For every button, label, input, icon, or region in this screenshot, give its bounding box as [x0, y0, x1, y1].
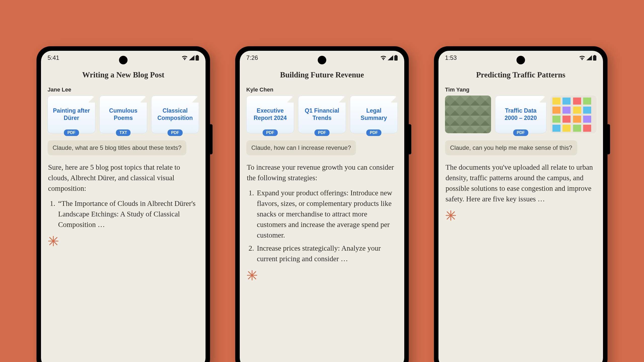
svg-rect-6	[394, 56, 397, 61]
svg-rect-1	[196, 55, 198, 56]
file-type-badge: PDF	[513, 129, 528, 136]
status-time: 7:26	[246, 54, 258, 61]
file-type-badge: PDF	[168, 129, 183, 136]
response-intro: Sure, here are 5 blog post topics that r…	[48, 162, 198, 194]
attachment-doc[interactable]: Traffic Data 2000 – 2020 PDF	[495, 96, 547, 133]
user-prompt[interactable]: Claude, can you help me make sense of th…	[445, 140, 577, 155]
front-camera	[318, 56, 326, 64]
file-type-badge: PDF	[64, 129, 79, 136]
svg-rect-0	[195, 56, 199, 61]
phone-frame: 1:53 Predicting Traffic Patterns Tim Yan…	[434, 46, 608, 362]
status-icons	[579, 55, 596, 61]
screen: 7:26 Building Future Revenue Kyle Chen E…	[240, 51, 404, 362]
svg-rect-13	[594, 55, 596, 56]
response-intro: The documents you've uploaded all relate…	[446, 162, 596, 204]
doc-title: Cumulous Poems	[102, 107, 144, 122]
file-type-badge: TXT	[116, 129, 131, 136]
user-prompt[interactable]: Claude, what are 5 blog titles about the…	[48, 140, 186, 155]
signal-icon	[189, 55, 194, 60]
user-prompt[interactable]: Claude, how can I increase revenue?	[246, 140, 356, 155]
attachments-row: Traffic Data 2000 – 2020 PDF	[438, 96, 603, 133]
assistant-response: Sure, here are 5 blog post topics that r…	[48, 162, 198, 230]
file-type-badge: PDF	[314, 129, 330, 136]
front-camera	[119, 56, 128, 64]
attachment-doc[interactable]: Classical Composition PDF	[151, 96, 199, 133]
phone-frame: 5:41 Writing a New Blog Post Jane Lee Pa…	[36, 46, 210, 362]
status-icons	[181, 55, 199, 61]
signal-icon	[586, 55, 592, 60]
claude-spark-icon	[446, 210, 603, 222]
attachment-doc[interactable]: Executive Report 2024 PDF	[246, 96, 294, 133]
attachment-doc[interactable]: Cumulous Poems TXT	[99, 96, 147, 133]
battery-icon	[394, 55, 398, 61]
status-icons	[380, 55, 398, 61]
doc-title: Painting after Dürer	[50, 107, 93, 122]
response-item: Expand your product offerings: Introduce…	[256, 188, 397, 240]
doc-title: Q1 Financial Trends	[301, 107, 343, 122]
attachments-row: Painting after Dürer PDF Cumulous Poems …	[41, 96, 206, 133]
phone-frame: 7:26 Building Future Revenue Kyle Chen E…	[235, 46, 409, 362]
conversation-title: Writing a New Blog Post	[41, 70, 206, 79]
attachments-row: Executive Report 2024 PDF Q1 Financial T…	[240, 96, 404, 133]
doc-title: Legal Summary	[353, 107, 395, 122]
conversation-title: Predicting Traffic Patterns	[438, 70, 603, 79]
user-name: Tim Yang	[445, 86, 603, 93]
svg-rect-7	[395, 55, 397, 56]
screen: 5:41 Writing a New Blog Post Jane Lee Pa…	[41, 51, 206, 362]
file-type-badge: PDF	[263, 129, 278, 136]
attachment-doc[interactable]: Legal Summary PDF	[350, 96, 398, 133]
user-name: Kyle Chen	[246, 86, 404, 93]
screen: 1:53 Predicting Traffic Patterns Tim Yan…	[438, 51, 603, 362]
conversation-title: Building Future Revenue	[240, 70, 404, 79]
response-intro: To increase your revenue growth you can …	[247, 162, 397, 183]
user-name: Jane Lee	[48, 86, 206, 93]
wifi-icon	[579, 55, 585, 60]
battery-icon	[195, 55, 199, 61]
front-camera	[516, 56, 525, 64]
attachment-doc[interactable]: Q1 Financial Trends PDF	[298, 96, 346, 133]
attachment-image-aerial[interactable]	[445, 96, 491, 133]
doc-title: Executive Report 2024	[249, 107, 291, 122]
attachment-doc[interactable]: Painting after Dürer PDF	[48, 96, 95, 133]
file-type-badge: PDF	[366, 129, 381, 136]
doc-title: Traffic Data 2000 – 2020	[498, 107, 544, 122]
assistant-response: The documents you've uploaded all relate…	[446, 162, 596, 204]
attachment-image-stickies[interactable]	[550, 96, 596, 133]
wifi-icon	[380, 55, 387, 60]
assistant-response: To increase your revenue growth you can …	[247, 162, 397, 264]
response-item: Increase prices strategically: Analyze y…	[256, 243, 397, 264]
wifi-icon	[181, 55, 188, 60]
doc-title: Classical Composition	[154, 107, 196, 122]
status-time: 5:41	[48, 54, 59, 61]
response-item: “The Importance of Clouds in Albrecht Dü…	[57, 198, 198, 230]
signal-icon	[388, 55, 393, 60]
battery-icon	[593, 55, 596, 61]
claude-spark-icon	[48, 236, 206, 247]
status-time: 1:53	[445, 54, 457, 61]
svg-rect-12	[593, 56, 596, 61]
claude-spark-icon	[247, 270, 404, 282]
